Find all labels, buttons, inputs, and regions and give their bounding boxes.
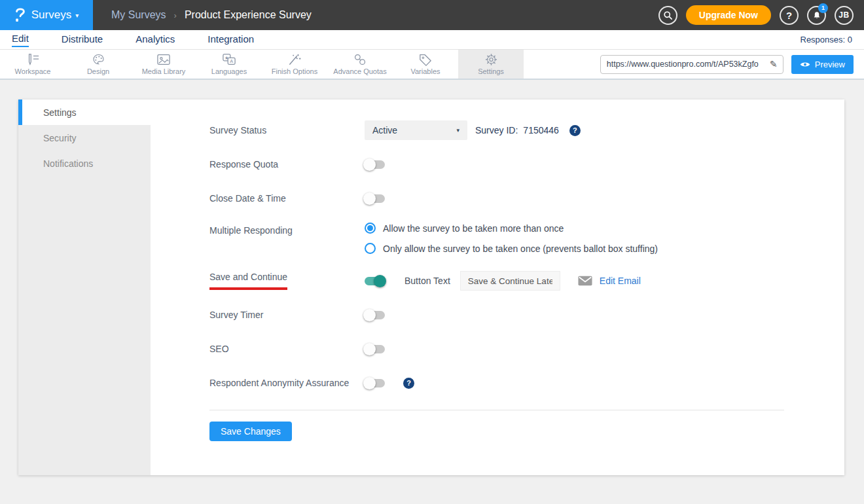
tab-analytics[interactable]: Analytics	[135, 33, 175, 46]
search-button[interactable]	[658, 6, 677, 25]
design-palette-icon	[92, 53, 105, 66]
toolbar-finish-options[interactable]: Finish Options	[262, 50, 327, 79]
settings-sidebar: Settings Security Notifications	[18, 99, 151, 475]
multiple-responding-options: Allow the survey to be taken more than o…	[365, 223, 658, 254]
question-mark-icon: ?	[786, 10, 792, 21]
save-continue-row: Save and Continue Button Text Edit Email	[209, 271, 784, 291]
survey-timer-row: Survey Timer	[209, 305, 784, 325]
section-divider	[209, 410, 784, 410]
sidebar-item-settings[interactable]: Settings	[18, 99, 151, 125]
settings-card: Settings Security Notifications Survey S…	[18, 99, 844, 475]
upgrade-now-button[interactable]: Upgrade Now	[686, 5, 771, 25]
toolbar-variables[interactable]: Variables	[393, 50, 458, 79]
notification-count-badge: 1	[818, 3, 828, 13]
button-text-input[interactable]	[460, 271, 560, 291]
toggle-knob	[363, 192, 376, 205]
survey-id-label: Survey ID:	[475, 125, 518, 135]
product-name: Surveys	[31, 9, 71, 22]
toggle-knob	[374, 275, 386, 287]
survey-status-select[interactable]: Active ▾	[365, 120, 467, 140]
sidebar-item-security[interactable]: Security	[18, 125, 151, 151]
survey-timer-toggle[interactable]	[365, 311, 385, 319]
toolbar-label: Advance Quotas	[333, 67, 386, 75]
anonymity-label: Respondent Anonymity Assurance	[209, 378, 365, 388]
toolbar-advance-quotas[interactable]: Advance Quotas	[327, 50, 393, 79]
radio-unchecked-icon[interactable]	[365, 243, 376, 254]
toolbar-label: Media Library	[142, 67, 186, 75]
header-actions: Upgrade Now ? 1 JB	[658, 5, 864, 25]
settings-main: Survey Status Active ▾ Survey ID: 715044…	[151, 99, 844, 475]
tab-integration[interactable]: Integration	[207, 33, 254, 46]
toolbar-label: Variables	[410, 67, 440, 75]
surveys-product-switcher[interactable]: Surveys ▾	[0, 0, 93, 30]
radio-option-label: Allow the survey to be taken more than o…	[383, 223, 564, 234]
toolbar-workspace[interactable]: Workspace	[0, 50, 65, 79]
svg-text:A: A	[230, 58, 233, 64]
toolbar-settings[interactable]: Settings	[458, 50, 524, 79]
red-underline-highlight: Save and Continue	[209, 272, 287, 290]
close-date-toggle[interactable]	[365, 194, 385, 203]
settings-gear-icon	[484, 53, 498, 66]
search-icon	[663, 10, 673, 20]
help-button[interactable]: ?	[780, 6, 799, 25]
multiple-responding-label: Multiple Responding	[209, 223, 365, 236]
survey-url-field: ✎	[600, 55, 783, 74]
response-quota-label: Response Quota	[209, 159, 365, 170]
toolbar-label: Settings	[478, 67, 504, 75]
survey-id-value: 7150446	[523, 125, 559, 135]
tab-edit[interactable]: Edit	[12, 33, 29, 47]
workspace-icon	[26, 53, 40, 66]
toolbar-right: ✎ Preview	[600, 50, 864, 79]
edit-email-link[interactable]: Edit Email	[600, 276, 641, 286]
seo-row: SEO	[209, 339, 784, 359]
seo-label: SEO	[209, 344, 365, 354]
responses-count: Responses: 0	[801, 35, 853, 45]
save-changes-button[interactable]: Save Changes	[209, 422, 292, 441]
breadcrumb-my-surveys[interactable]: My Surveys	[111, 9, 166, 21]
anonymity-help-icon[interactable]: ?	[403, 378, 414, 389]
toggle-knob	[363, 158, 376, 171]
button-text-label: Button Text	[405, 276, 450, 286]
avatar-initials: JB	[838, 10, 849, 20]
survey-subnav: Edit Distribute Analytics Integration Re…	[0, 30, 864, 50]
save-continue-toggle[interactable]	[365, 277, 385, 285]
anonymity-row: Respondent Anonymity Assurance ?	[209, 373, 784, 393]
top-header: Surveys ▾ My Surveys › Product Experienc…	[0, 0, 864, 30]
survey-id-help-icon[interactable]: ?	[569, 125, 581, 136]
breadcrumb-separator-icon: ›	[174, 10, 177, 20]
toolbar-label: Languages	[211, 67, 247, 75]
toolbar-languages[interactable]: ★A Languages	[196, 50, 262, 79]
seo-toggle[interactable]	[365, 345, 385, 353]
toolbar-label: Workspace	[15, 67, 51, 75]
response-quota-row: Response Quota	[209, 154, 784, 174]
tab-distribute[interactable]: Distribute	[62, 33, 103, 46]
radio-checked-icon[interactable]	[365, 223, 376, 234]
chevron-down-icon: ▾	[456, 127, 459, 134]
toolbar-label: Design	[87, 67, 109, 75]
toggle-knob	[363, 309, 376, 321]
notifications-button[interactable]: 1	[807, 6, 826, 25]
save-continue-label: Save and Continue	[209, 272, 365, 290]
toolbar-design[interactable]: Design	[65, 50, 131, 79]
survey-url-input[interactable]	[601, 60, 765, 69]
user-avatar[interactable]: JB	[835, 6, 854, 25]
response-quota-toggle[interactable]	[365, 160, 385, 169]
email-envelope-icon[interactable]	[578, 276, 592, 286]
preview-label: Preview	[815, 60, 845, 69]
quotas-links-icon	[353, 53, 367, 66]
edit-url-pencil-icon[interactable]: ✎	[765, 56, 783, 73]
anonymity-toggle[interactable]	[365, 379, 385, 387]
survey-status-value: Active	[372, 125, 397, 135]
questionpro-logo-icon	[14, 7, 26, 24]
sidebar-item-notifications[interactable]: Notifications	[18, 151, 151, 176]
preview-button[interactable]: Preview	[791, 55, 854, 74]
breadcrumb: My Surveys › Product Experience Survey	[111, 9, 312, 21]
toggle-knob	[363, 343, 376, 355]
radio-option-multiple[interactable]: Allow the survey to be taken more than o…	[365, 223, 658, 234]
radio-option-once[interactable]: Only allow the survey to be taken once (…	[365, 243, 658, 254]
toolbar-media-library[interactable]: Media Library	[131, 50, 196, 79]
close-date-row: Close Date & Time	[209, 189, 784, 208]
languages-translate-icon: ★A	[222, 53, 236, 66]
finish-wand-icon	[287, 53, 302, 66]
survey-status-label: Survey Status	[209, 125, 365, 135]
